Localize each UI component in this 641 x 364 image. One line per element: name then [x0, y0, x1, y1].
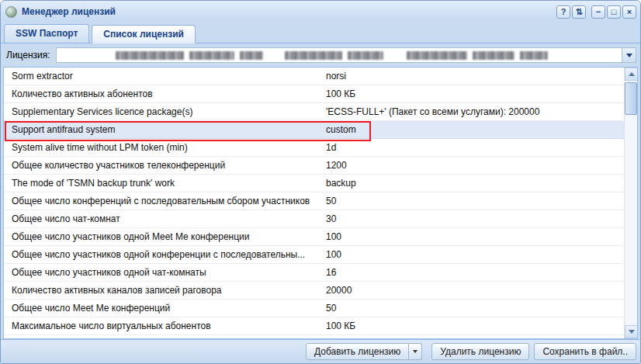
row-name: Общее число чат-комнат — [12, 213, 326, 224]
license-label: Лицензия: — [6, 50, 50, 61]
table-row[interactable]: Sorm extractor norsi — [4, 68, 624, 85]
row-name: Общее число участников одной чат-комнаты — [12, 267, 326, 278]
row-value: 100 — [326, 231, 624, 242]
close-button[interactable]: × — [622, 5, 636, 19]
help-button[interactable]: ? — [556, 5, 570, 19]
row-name: Общее количество участников телеконферен… — [12, 160, 326, 171]
tab-license-list[interactable]: Список лицензий — [92, 25, 196, 43]
table-row[interactable]: Общее число участников одной конференции… — [4, 246, 624, 264]
license-properties-grid: Sorm extractor norsi Количество активных… — [3, 67, 638, 339]
chevron-down-icon — [626, 54, 632, 57]
row-value: 50 — [326, 196, 624, 206]
combo-dropdown-trigger[interactable] — [622, 48, 636, 62]
window-tools: ? ⇅ − □ × — [556, 5, 636, 19]
scroll-up-button[interactable] — [625, 68, 638, 81]
row-value: 'ECSS-FULL+' (Пакет со всеми услугами): … — [326, 106, 624, 117]
table-row[interactable]: Общее число Meet Me конференций 50 — [4, 300, 624, 317]
grid-scrollbar[interactable] — [624, 68, 637, 338]
scroll-down-button[interactable] — [625, 325, 638, 338]
table-row[interactable]: Общее число конференций с последовательн… — [4, 192, 624, 210]
row-name: The mode of 'TSMN backup trunk' work — [12, 178, 326, 189]
row-name: Общее число участников одной Meet Me кон… — [12, 231, 326, 242]
table-row[interactable]: Количество активных абонентов 100 КБ — [4, 85, 624, 103]
table-row[interactable]: Максимальное число виртуальных абонентов… — [4, 317, 624, 335]
table-row[interactable]: Общее число участников одной Meet Me кон… — [4, 228, 624, 246]
table-row[interactable]: Количество активных каналов записей раго… — [4, 282, 624, 300]
bottom-toolbar: Добавить лицензию Удалить лицензию Сохра… — [1, 339, 640, 363]
license-manager-window: Менеджер лицензий ? ⇅ − □ × SSW Паспорт … — [0, 0, 641, 364]
row-value: 1d — [326, 142, 624, 153]
row-name: Количество активных абонентов — [12, 88, 326, 99]
refresh-button[interactable]: ⇅ — [572, 5, 586, 19]
row-value: 100 — [326, 249, 624, 260]
row-value: 50 — [326, 303, 624, 314]
tab-ssw-passport[interactable]: SSW Паспорт — [4, 24, 89, 43]
table-row[interactable]: Supplementary Services licence package(s… — [4, 103, 624, 121]
arrow-up-icon — [629, 72, 635, 76]
row-value: 1200 — [326, 160, 624, 171]
license-combo[interactable] — [56, 47, 636, 63]
arrow-down-icon — [629, 330, 635, 334]
row-name: Support antifraud system — [12, 124, 326, 135]
table-row[interactable]: Общее количество участников телеконферен… — [4, 157, 624, 175]
license-form-row: Лицензия: — [1, 43, 640, 67]
row-name: Максимальное число виртуальных абонентов — [12, 321, 326, 331]
window-title: Менеджер лицензий — [22, 6, 116, 17]
row-name: Общее число конференций с последовательн… — [12, 196, 326, 206]
row-name: Количество активных каналов записей раго… — [12, 285, 326, 296]
license-value-redacted — [116, 51, 548, 60]
row-value: custom — [326, 124, 624, 135]
row-value: 20000 — [326, 285, 624, 296]
row-value: norsi — [326, 71, 624, 81]
row-name: System alive time without LPM token (min… — [12, 142, 326, 153]
grid-rows: Sorm extractor norsi Количество активных… — [4, 68, 624, 338]
app-icon — [5, 6, 17, 18]
row-value: 30 — [326, 213, 624, 224]
table-row[interactable]: System alive time without LPM token (min… — [4, 139, 624, 157]
row-value: 100 КБ — [326, 321, 624, 331]
add-license-button[interactable]: Добавить лицензию — [306, 343, 409, 360]
row-name: Supplementary Services licence package(s… — [12, 106, 326, 117]
minimize-button[interactable]: − — [591, 5, 605, 19]
row-name: Общее число Meet Me конференций — [12, 303, 326, 314]
row-value: backup — [326, 178, 624, 189]
maximize-button[interactable]: □ — [607, 5, 621, 19]
table-row[interactable]: Support antifraud system custom — [4, 121, 624, 139]
add-license-split-button: Добавить лицензию — [306, 343, 422, 360]
table-row[interactable]: The mode of 'TSMN backup trunk' work bac… — [4, 175, 624, 192]
add-license-dropdown[interactable] — [409, 343, 422, 360]
scroll-thumb[interactable] — [625, 82, 637, 115]
table-row[interactable]: Общее число участников одной чат-комнаты… — [4, 264, 624, 282]
chevron-down-icon — [413, 350, 418, 353]
tab-bar: SSW Паспорт Список лицензий — [1, 21, 640, 43]
delete-license-button[interactable]: Удалить лицензию — [431, 343, 529, 360]
row-value: 100 КБ — [326, 88, 624, 99]
row-name: Общее число участников одной конференции… — [12, 249, 326, 260]
row-name: Sorm extractor — [12, 71, 326, 81]
row-value: 16 — [326, 267, 624, 278]
table-row[interactable]: Общее число чат-комнат 30 — [4, 210, 624, 228]
window-titlebar[interactable]: Менеджер лицензий ? ⇅ − □ × — [1, 1, 640, 21]
save-to-file-button[interactable]: Сохранить в файл.. — [534, 343, 636, 360]
